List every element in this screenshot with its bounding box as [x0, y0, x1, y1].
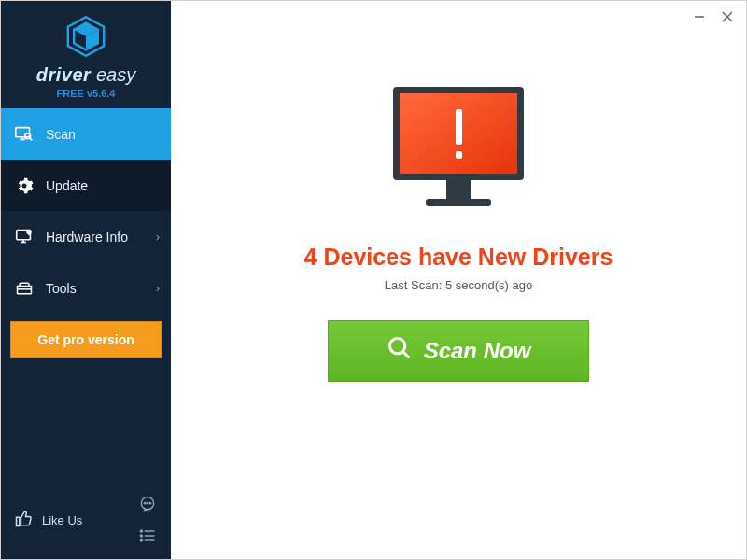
main-content: 4 Devices have New Drivers Last Scan: 5 … — [171, 1, 746, 559]
svg-point-21 — [147, 503, 148, 504]
app-window: driver easy FREE v5.6.4 Scan — [0, 0, 747, 560]
svg-point-25 — [140, 535, 142, 537]
svg-rect-7 — [16, 127, 30, 136]
svg-line-11 — [30, 138, 32, 140]
sidebar-item-scan[interactable]: Scan — [1, 108, 171, 160]
svg-rect-32 — [456, 109, 462, 145]
monitor-info-icon: i — [14, 227, 35, 247]
thumbs-up-icon[interactable] — [14, 510, 35, 530]
alert-monitor-icon — [379, 79, 538, 223]
feedback-icon[interactable] — [137, 494, 158, 514]
version-label: FREE v5.6.4 — [1, 88, 171, 99]
sidebar-item-label: Scan — [46, 127, 76, 142]
sidebar-footer: Like Us — [1, 484, 171, 559]
svg-point-27 — [140, 539, 142, 541]
headline: 4 Devices have New Drivers — [304, 244, 613, 271]
sidebar-item-update[interactable]: Update — [1, 160, 171, 211]
logo-icon — [63, 46, 108, 62]
sidebar-item-hardware-info[interactable]: i Hardware Info › — [1, 211, 171, 262]
get-pro-button[interactable]: Get pro version — [10, 321, 162, 358]
sidebar-item-tools[interactable]: Tools › — [1, 262, 171, 314]
svg-point-23 — [140, 530, 142, 532]
chevron-right-icon: › — [156, 231, 160, 244]
sidebar-item-label: Tools — [46, 281, 77, 296]
close-button[interactable] — [722, 11, 733, 24]
scan-now-label: Scan Now — [424, 338, 531, 364]
window-controls — [694, 1, 746, 29]
svg-point-22 — [149, 503, 150, 504]
nav-list: Scan Update i — [1, 108, 171, 314]
svg-point-12 — [22, 183, 27, 188]
chevron-right-icon: › — [156, 282, 160, 295]
magnifier-icon — [387, 335, 413, 367]
sidebar-item-label: Hardware Info — [46, 230, 128, 245]
get-pro-label: Get pro version — [37, 332, 134, 347]
svg-rect-33 — [456, 151, 462, 159]
scan-now-button[interactable]: Scan Now — [328, 320, 589, 382]
svg-point-20 — [144, 503, 145, 504]
sidebar-item-label: Update — [46, 178, 88, 193]
svg-text:i: i — [28, 230, 29, 234]
svg-rect-35 — [426, 199, 491, 206]
minimize-button[interactable] — [694, 11, 705, 24]
like-us-label[interactable]: Like Us — [42, 513, 82, 527]
monitor-search-icon — [14, 124, 35, 145]
brand-name: driver easy — [1, 64, 171, 86]
svg-rect-34 — [446, 180, 471, 199]
last-scan-label: Last Scan: 5 second(s) ago — [385, 278, 532, 292]
toolbox-icon — [14, 278, 35, 299]
sidebar: driver easy FREE v5.6.4 Scan — [1, 1, 171, 559]
menu-list-icon[interactable] — [137, 525, 158, 546]
gear-icon — [14, 175, 35, 196]
footer-icons — [137, 494, 158, 546]
logo-block: driver easy FREE v5.6.4 — [1, 1, 171, 108]
svg-line-37 — [403, 352, 409, 357]
svg-point-36 — [389, 339, 404, 354]
